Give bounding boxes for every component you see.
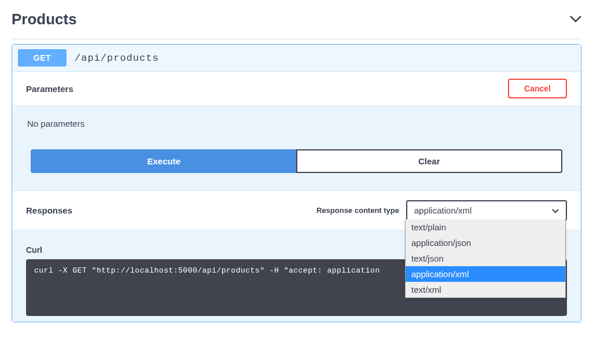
content-type-label: Response content type	[316, 206, 399, 215]
chevron-down-icon	[552, 205, 559, 215]
content-type-area: Response content type application/xml te…	[316, 200, 567, 220]
endpoint-path: /api/products	[75, 53, 159, 64]
responses-header: Responses Response content type applicat…	[12, 190, 581, 230]
parameters-header: Parameters Cancel	[12, 72, 581, 106]
no-parameters-text: No parameters	[12, 106, 581, 149]
content-type-selected-value: application/xml	[414, 205, 472, 215]
dropdown-option[interactable]: text/plain	[406, 219, 565, 235]
content-type-dropdown: text/plainapplication/jsontext/jsonappli…	[405, 219, 566, 298]
content-type-select[interactable]: application/xml text/plainapplication/js…	[406, 200, 567, 220]
chevron-down-icon	[570, 14, 581, 25]
dropdown-option[interactable]: application/json	[406, 235, 565, 251]
section-title: Products	[12, 10, 77, 28]
dropdown-option[interactable]: text/xml	[406, 282, 565, 297]
operation-header[interactable]: GET /api/products	[12, 45, 581, 72]
http-method-badge: GET	[18, 49, 67, 67]
action-buttons-row: Execute Clear	[12, 149, 581, 190]
operation-block: GET /api/products Parameters Cancel No p…	[12, 44, 581, 322]
execute-button[interactable]: Execute	[31, 149, 296, 173]
dropdown-option[interactable]: text/json	[406, 251, 565, 266]
clear-button[interactable]: Clear	[296, 149, 563, 173]
section-header[interactable]: Products	[12, 5, 581, 39]
responses-title: Responses	[26, 205, 72, 215]
parameters-title: Parameters	[26, 84, 73, 94]
dropdown-option[interactable]: application/xml	[406, 266, 565, 282]
cancel-button[interactable]: Cancel	[508, 79, 567, 98]
